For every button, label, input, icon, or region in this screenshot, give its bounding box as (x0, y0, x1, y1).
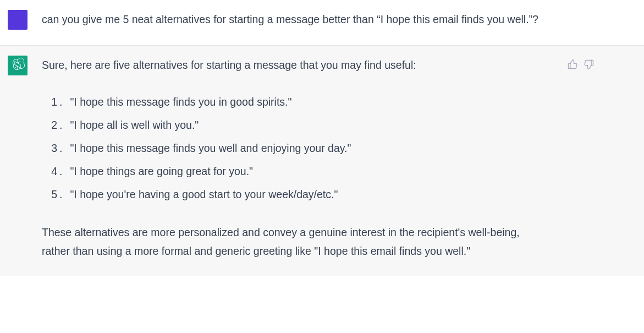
list-item-text: "I hope this message finds you well and … (70, 137, 351, 160)
thumbs-down-icon[interactable] (584, 59, 595, 70)
list-item: 2 . "I hope all is well with you." (42, 114, 533, 137)
list-item: 5 . "I hope you're having a good start t… (42, 183, 533, 206)
alternatives-list: 1 . "I hope this message finds you in go… (42, 91, 533, 206)
openai-logo-icon (10, 57, 25, 74)
list-item: 3 . "I hope this message finds you well … (42, 137, 533, 160)
list-item: 4 . "I hope things are going great for y… (42, 160, 533, 183)
list-number: 3 (42, 137, 59, 160)
list-item-text: "I hope all is well with you." (70, 114, 199, 137)
list-number: 5 (42, 183, 59, 206)
list-number: 2 (42, 114, 59, 137)
assistant-message-body: Sure, here are five alternatives for sta… (42, 56, 553, 260)
user-message-text: can you give me 5 neat alternatives for … (42, 10, 570, 29)
assistant-closing-text: These alternatives are more personalized… (42, 223, 533, 260)
list-number: 4 (42, 160, 59, 183)
assistant-avatar (8, 56, 27, 75)
list-item-text: "I hope this message finds you in good s… (70, 91, 291, 114)
list-item-text: "I hope you're having a good start to yo… (70, 183, 338, 206)
thumbs-up-icon[interactable] (567, 59, 578, 70)
list-number: 1 (42, 91, 59, 114)
assistant-intro-text: Sure, here are five alternatives for sta… (42, 56, 533, 74)
feedback-controls (567, 56, 595, 70)
list-item-text: "I hope things are going great for you." (70, 160, 253, 183)
list-item: 1 . "I hope this message finds you in go… (42, 91, 533, 114)
assistant-message-row: Sure, here are five alternatives for sta… (0, 46, 644, 276)
user-message-row: can you give me 5 neat alternatives for … (0, 0, 644, 46)
user-avatar (8, 10, 27, 30)
